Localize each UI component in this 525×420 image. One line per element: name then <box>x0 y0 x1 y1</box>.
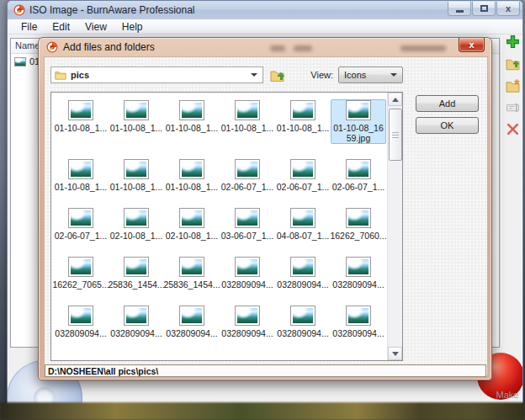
image-thumbnail-icon <box>179 100 204 120</box>
image-thumbnail-icon <box>290 306 316 326</box>
image-thumbnail-icon <box>235 208 260 228</box>
view-label: View: <box>303 70 333 80</box>
file-name: 01-10-08_1... <box>166 123 218 133</box>
menu-view[interactable]: View <box>77 20 114 34</box>
file-item[interactable]: 25836_1454... <box>109 256 164 290</box>
ok-button[interactable]: OK <box>416 117 479 134</box>
file-item[interactable]: 01-10-08_1... <box>220 99 275 144</box>
file-item[interactable]: 01-10-08_1... <box>164 99 220 144</box>
file-item[interactable]: 032809094... <box>331 256 386 290</box>
add-files-icon[interactable] <box>506 35 520 56</box>
file-item[interactable]: 032809094... <box>109 305 164 339</box>
window-title: ISO Image - BurnAware Professional <box>29 4 195 16</box>
folder-dropdown[interactable]: pics <box>50 66 263 83</box>
file-name: 16262_7065... <box>52 279 109 290</box>
scroll-down-button[interactable] <box>388 347 402 360</box>
current-path-field[interactable]: D:\NOSHEEN\all pics\pics\ <box>45 364 486 377</box>
image-thumbnail-icon <box>346 208 371 228</box>
vertical-scrollbar[interactable] <box>387 93 402 360</box>
file-item[interactable]: 032809094... <box>331 305 386 339</box>
file-name: 03-06-07_1... <box>221 231 273 241</box>
file-item[interactable]: 01-10-08_1... <box>109 99 164 144</box>
minimize-button[interactable] <box>448 2 471 16</box>
file-name: 02-06-07_1... <box>277 182 329 192</box>
file-name: 032809094... <box>277 328 328 338</box>
file-item[interactable]: 032809094... <box>220 256 275 290</box>
file-browser-list: 01-10-08_1...01-10-08_1...01-10-08_1...0… <box>50 92 403 361</box>
file-item[interactable]: 02-06-07_1... <box>275 158 331 193</box>
file-item[interactable]: 25836_1454... <box>164 256 220 290</box>
view-dropdown[interactable]: Icons <box>338 66 403 83</box>
image-thumbnail-icon <box>290 159 316 179</box>
desktop-background-strip <box>0 402 525 420</box>
file-item[interactable]: 032809094... <box>275 256 331 290</box>
file-item[interactable]: 01-10-08_1... <box>109 158 164 193</box>
file-item[interactable]: 01-10-08_1659.jpg <box>331 99 386 144</box>
right-toolbar <box>503 35 522 144</box>
file-item[interactable]: 01-10-08_1... <box>164 158 220 193</box>
image-thumbnail-icon <box>68 159 93 179</box>
file-name: 25836_1454... <box>108 279 164 290</box>
image-thumbnail-icon <box>124 208 149 228</box>
file-item[interactable]: 03-06-07_1... <box>220 207 275 242</box>
file-item[interactable]: 16262_7065... <box>53 256 109 290</box>
image-thumbnail-icon <box>235 306 260 326</box>
image-thumbnail-icon <box>124 100 149 120</box>
file-item[interactable]: 032809094... <box>275 305 331 339</box>
file-item[interactable]: 032809094... <box>53 305 109 339</box>
image-thumbnail-icon <box>179 306 204 326</box>
file-name: 01-10-08_1... <box>55 123 107 133</box>
screen: ISO Image - BurnAware Professional x Fil… <box>0 0 525 420</box>
make-button-label: Make <box>489 390 523 400</box>
dialog-body: pics View: Icons 01-10-08_1...01-10-08_1… <box>44 56 488 376</box>
scrollbar-thumb[interactable] <box>389 109 402 161</box>
menu-edit[interactable]: Edit <box>45 20 77 34</box>
image-thumbnail-icon <box>124 306 149 326</box>
file-item[interactable]: 02-10-08_1... <box>164 207 220 242</box>
file-item[interactable]: 01-10-08_1... <box>53 99 109 144</box>
image-thumbnail-icon <box>68 100 93 120</box>
folder-dropdown-value: pics <box>71 70 89 80</box>
file-name: 01-10-08_1... <box>110 182 162 192</box>
file-item[interactable]: 02-06-07_1... <box>331 158 386 193</box>
file-name: 032809094... <box>332 328 384 338</box>
file-name: 032809094... <box>332 279 384 290</box>
dialog-close-button[interactable]: x <box>459 38 485 52</box>
image-thumbnail-icon <box>179 257 204 277</box>
menu-file[interactable]: File <box>13 20 45 34</box>
dialog-title: Add files and folders <box>63 41 155 53</box>
image-thumbnail-icon <box>68 208 93 228</box>
file-name: 01-10-08_1... <box>55 182 107 192</box>
file-item[interactable]: 04-08-07_1... <box>275 207 331 242</box>
file-name: 01-10-08_1... <box>110 123 162 133</box>
add-folder-icon[interactable] <box>506 56 520 78</box>
remove-icon[interactable] <box>506 122 520 144</box>
file-name: 01-10-08_1... <box>277 123 329 133</box>
up-one-level-button[interactable] <box>268 66 287 84</box>
file-item[interactable]: 02-10-08_1... <box>109 207 164 242</box>
file-item[interactable]: 16262_7060... <box>331 207 386 242</box>
rename-icon[interactable] <box>506 100 520 122</box>
file-item[interactable]: 032809094... <box>164 305 220 339</box>
file-item[interactable]: 032809094... <box>220 305 275 339</box>
maximize-button[interactable] <box>472 2 496 16</box>
menu-bar: FileEditViewHelp <box>8 19 522 35</box>
file-item[interactable]: 01-10-08_1... <box>53 158 109 193</box>
add-button[interactable]: Add <box>416 95 479 112</box>
file-item[interactable]: 02-06-07_1... <box>53 207 109 242</box>
view-dropdown-value: Icons <box>344 70 366 80</box>
new-folder-icon[interactable] <box>506 78 520 100</box>
close-button[interactable]: x <box>496 2 520 16</box>
file-name: 16262_7060... <box>330 231 386 241</box>
image-thumbnail-icon <box>235 159 260 179</box>
file-name: 25836_1454... <box>163 279 220 290</box>
file-grid: 01-10-08_1...01-10-08_1...01-10-08_1...0… <box>53 99 386 354</box>
file-name: 01-10-08_1659.jpg <box>332 123 384 143</box>
file-item[interactable]: 02-06-07_1... <box>220 158 275 193</box>
image-thumbnail-icon <box>346 159 371 179</box>
scroll-up-button[interactable] <box>388 93 402 106</box>
ghost-column-header <box>270 45 285 51</box>
file-item[interactable]: 01-10-08_1... <box>275 99 331 144</box>
file-name: 02-10-08_1... <box>166 231 218 241</box>
menu-help[interactable]: Help <box>114 20 151 34</box>
